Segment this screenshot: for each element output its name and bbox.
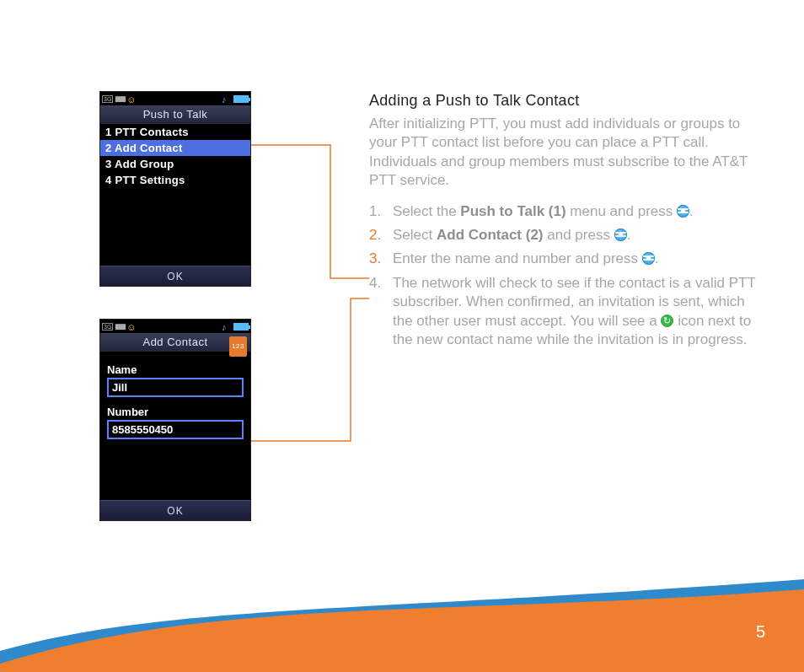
menu-item-ptt-contacts: 1 PTT Contacts (100, 124, 250, 140)
menu-item-label: Add Contact (115, 142, 183, 154)
footer-swoosh (0, 571, 804, 672)
step-text: Select the (393, 203, 460, 219)
step-text: . (689, 203, 694, 219)
menu-item-add-contact: 2 Add Contact (100, 140, 250, 156)
step-bold: Push to Talk (1) (460, 203, 565, 219)
intro-paragraph: After initializing PTT, you must add ind… (369, 115, 764, 191)
signal-bars-icon (115, 94, 125, 103)
input-mode-badge: 123 (229, 336, 247, 357)
smiley-icon (126, 322, 137, 331)
softkey-ok: OK (100, 266, 250, 286)
att-globe-icon (642, 252, 655, 265)
menu-item-add-group: 3 Add Group (100, 156, 250, 172)
form-body: Name Jill Number 8585550450 (100, 352, 250, 500)
step-bold: Add Contact (2) (437, 227, 544, 243)
step-3: 3. Enter the name and number and press . (369, 250, 764, 268)
step-text: and press (544, 227, 614, 243)
step-number: 1. (369, 202, 381, 221)
refresh-icon (661, 314, 673, 327)
menu-item-num: 3 (105, 158, 112, 170)
step-number: 2. (369, 226, 381, 245)
softkey-ok: OK (100, 500, 250, 520)
menu-item-num: 4 (105, 174, 112, 186)
step-text: Select (393, 227, 437, 243)
steps-list: 1. Select the Push to Talk (1) menu and … (369, 202, 764, 350)
att-globe-icon (614, 228, 627, 241)
menu-item-num: 1 (105, 126, 112, 138)
smiley-icon (126, 94, 137, 103)
page-number: 5 (756, 622, 765, 642)
step-2: 2. Select Add Contact (2) and press . (369, 226, 764, 245)
music-icon (222, 94, 232, 103)
signal-bars-icon (115, 322, 125, 331)
step-4: 4. The network will check to see if the … (369, 274, 764, 350)
menu-list: 1 PTT Contacts 2 Add Contact 3 Add Group… (100, 124, 250, 266)
menu-item-label: PTT Contacts (115, 126, 188, 138)
step-number: 4. (369, 274, 381, 293)
step-text: . (655, 250, 659, 266)
step-text: . (627, 227, 631, 243)
music-icon (222, 322, 232, 331)
status-bar: 3G (100, 320, 250, 333)
menu-item-ptt-settings: 4 PTT Settings (100, 172, 250, 188)
step-1: 1. Select the Push to Talk (1) menu and … (369, 202, 764, 221)
step-number: 3. (369, 250, 381, 268)
number-field: 8585550450 (107, 420, 244, 439)
network-3g-icon: 3G (102, 95, 113, 103)
menu-item-label: PTT Settings (115, 174, 185, 186)
screen-title: Add Contact 123 (100, 333, 250, 352)
screen-title: Push to Talk (100, 105, 250, 124)
name-field: Jill (107, 378, 244, 397)
step-text: Enter the name and number and press (393, 250, 642, 266)
section-heading: Adding a Push to Talk Contact (369, 91, 764, 111)
screenshot-push-to-talk-menu: 3G Push to Talk 1 PTT Contacts 2 Add Con… (99, 91, 251, 287)
step-text: menu and press (566, 203, 677, 219)
menu-item-num: 2 (105, 142, 112, 154)
instruction-content: Adding a Push to Talk Contact After init… (369, 91, 764, 355)
menu-item-label: Add Group (115, 158, 174, 170)
battery-icon (233, 95, 249, 103)
network-3g-icon: 3G (102, 323, 113, 331)
number-label: Number (107, 406, 244, 418)
screenshot-add-contact-form: 3G Add Contact 123 Name Jill Number 8585… (99, 319, 251, 521)
att-globe-icon (677, 205, 689, 218)
title-text: Add Contact (142, 336, 207, 348)
status-bar: 3G (100, 92, 250, 105)
battery-icon (233, 323, 249, 331)
name-label: Name (107, 363, 244, 376)
